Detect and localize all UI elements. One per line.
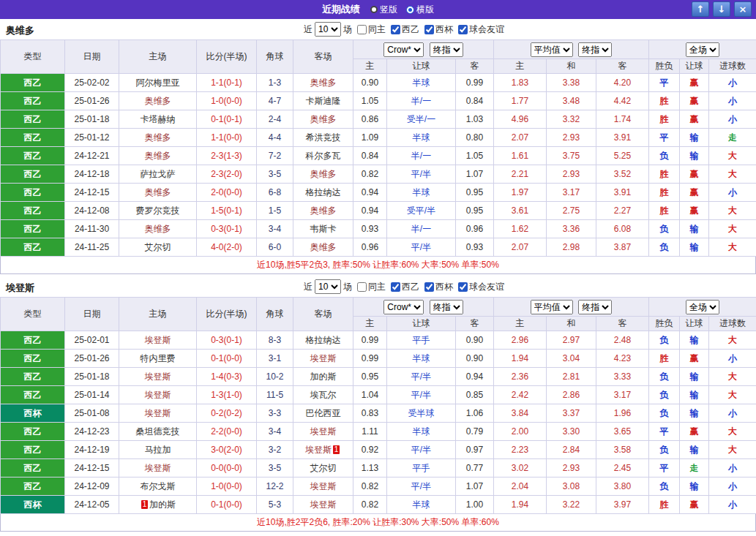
avg-away-cell: 2.45 — [596, 459, 649, 478]
avg-away-cell: 2.48 — [596, 331, 649, 350]
cup-xibei-label: 西杯 — [435, 23, 453, 36]
result-wl-cell: 负 — [649, 331, 680, 350]
col-header-result-goals: 进球数 — [709, 59, 756, 74]
team-name: 奥维多 — [310, 242, 337, 252]
avg-home-cell: 1.83 — [494, 74, 547, 92]
match-count-select[interactable]: 10 — [315, 22, 341, 37]
handicap-cell: 半/一 — [387, 220, 456, 238]
away-team-cell: 奥维多 — [293, 110, 353, 129]
odds-home-cell: 0.99 — [353, 350, 387, 368]
radio-vertical-layout[interactable]: 竖版 — [370, 4, 397, 16]
corner-cell: 3-4 — [257, 423, 293, 441]
date-cell: 25-01-12 — [65, 129, 119, 147]
close-button[interactable]: × — [734, 1, 752, 17]
company-select[interactable]: Crow* — [383, 300, 424, 314]
date-cell: 25-02-01 — [65, 331, 119, 350]
league-cell: 西乙 — [1, 459, 65, 478]
corner-cell: 3-1 — [257, 350, 293, 368]
avg-stage-select[interactable]: 终指 — [578, 42, 612, 57]
league-xiyi-filter[interactable]: 西乙 — [388, 23, 419, 36]
handicap-cell: 半/一 — [387, 92, 456, 110]
odds-away-cell: 0.97 — [456, 441, 494, 459]
date-cell: 25-01-18 — [65, 110, 119, 129]
cup-xibei-checkbox[interactable] — [424, 25, 434, 34]
result-goals-cell: 大 — [709, 386, 756, 404]
odds-home-cell: 0.92 — [353, 441, 387, 459]
radio-horizontal-icon[interactable] — [406, 6, 414, 14]
scroll-down-button[interactable]: ↓ — [713, 1, 730, 17]
friendly-checkbox[interactable] — [458, 25, 468, 34]
same-home-filter[interactable]: 同主 — [354, 23, 386, 36]
team-name: 韦斯卡 — [310, 224, 337, 234]
cup-xibei-checkbox[interactable] — [424, 282, 434, 292]
col-header-type: 类型 — [1, 298, 65, 331]
home-team-cell: 布尔戈斯 — [119, 478, 197, 496]
radio-vertical-icon[interactable] — [370, 6, 378, 13]
cup-xibei-filter[interactable]: 西杯 — [422, 281, 453, 293]
col-header-avg-draw: 和 — [547, 317, 596, 331]
result-scope-header: 全场 — [649, 298, 756, 317]
titlebar: 近期战绩 竖版 横版 ↑ ↓ × — [0, 0, 756, 19]
avg-draw-cell: 3.48 — [547, 92, 596, 110]
score-cell: 1-5(0-1) — [197, 202, 257, 220]
away-team-cell: 埃登斯 — [293, 350, 353, 368]
home-team-cell: 埃登斯 — [119, 404, 197, 423]
result-wl-cell: 负 — [649, 238, 680, 257]
scope-select[interactable]: 全场 — [686, 42, 719, 57]
avg-draw-cell: 3.36 — [547, 220, 596, 238]
handicap-cell: 受平/半 — [387, 202, 456, 220]
corner-cell: 8-3 — [257, 331, 293, 350]
odds-away-cell: 0.99 — [456, 74, 494, 92]
average-select[interactable]: 平均值 — [531, 42, 573, 57]
same-home-checkbox[interactable] — [357, 25, 367, 34]
league-xiyi-filter[interactable]: 西乙 — [388, 281, 419, 293]
avg-draw-cell: 3.22 — [547, 496, 596, 514]
corner-cell: 10-2 — [257, 368, 293, 386]
league-xiyi-checkbox[interactable] — [391, 282, 400, 292]
avg-away-cell: 3.33 — [596, 368, 649, 386]
team-name: 奥维多 — [310, 169, 337, 179]
friendly-filter[interactable]: 球会友谊 — [455, 281, 504, 293]
average-select[interactable]: 平均值 — [531, 300, 573, 314]
result-wl-cell: 负 — [649, 441, 680, 459]
avg-home-cell: 2.04 — [494, 478, 547, 496]
col-header-avg-home: 主 — [494, 59, 547, 74]
league-cell: 西乙 — [1, 184, 65, 202]
avg-stage-select[interactable]: 终指 — [578, 300, 612, 314]
result-goals-cell: 大 — [709, 220, 756, 238]
match-row: 西乙25-01-12奥维多1-1(0-0)4-4希洪竞技1.09半球0.802.… — [1, 129, 756, 147]
odds-source-header: Crow* 终指 — [353, 298, 494, 317]
handicap-cell: 半球 — [387, 74, 456, 92]
corner-cell: 3-3 — [257, 404, 293, 423]
scope-select[interactable]: 全场 — [686, 300, 719, 314]
up-arrow-icon: ↑ — [697, 4, 705, 15]
company-select[interactable]: Crow* — [383, 42, 424, 57]
friendly-filter[interactable]: 球会友谊 — [455, 23, 504, 36]
league-cell: 西乙 — [1, 238, 65, 257]
avg-home-cell: 2.07 — [494, 238, 547, 257]
team-name: 艾尔切 — [310, 463, 337, 473]
same-home-checkbox[interactable] — [357, 282, 367, 292]
odds-stage-select[interactable]: 终指 — [430, 42, 463, 57]
handicap-cell: 平/半 — [387, 386, 456, 404]
odds-home-cell: 0.99 — [353, 331, 387, 350]
avg-home-cell: 2.36 — [494, 368, 547, 386]
match-count-select[interactable]: 10 — [315, 279, 341, 294]
radio-horizontal-layout[interactable]: 横版 — [406, 4, 434, 16]
home-team-cell: 埃登斯 — [119, 331, 197, 350]
handicap-cell: 半球 — [387, 423, 456, 441]
date-cell: 24-12-23 — [65, 423, 119, 441]
home-team-cell: 阿尔梅里亚 — [119, 74, 197, 92]
corner-cell: 5-3 — [257, 496, 293, 514]
result-handicap-cell: 输 — [680, 441, 709, 459]
scroll-up-button[interactable]: ↑ — [692, 1, 709, 17]
result-wl-cell: 胜 — [649, 92, 680, 110]
league-xiyi-checkbox[interactable] — [391, 25, 400, 34]
odds-away-cell: 0.93 — [456, 238, 494, 257]
same-home-filter[interactable]: 同主 — [354, 281, 386, 293]
team-name: 埃登斯 — [145, 463, 171, 473]
result-handicap-cell: 输 — [680, 404, 709, 423]
odds-stage-select[interactable]: 终指 — [430, 300, 463, 314]
cup-xibei-filter[interactable]: 西杯 — [422, 23, 453, 36]
friendly-checkbox[interactable] — [458, 282, 468, 292]
